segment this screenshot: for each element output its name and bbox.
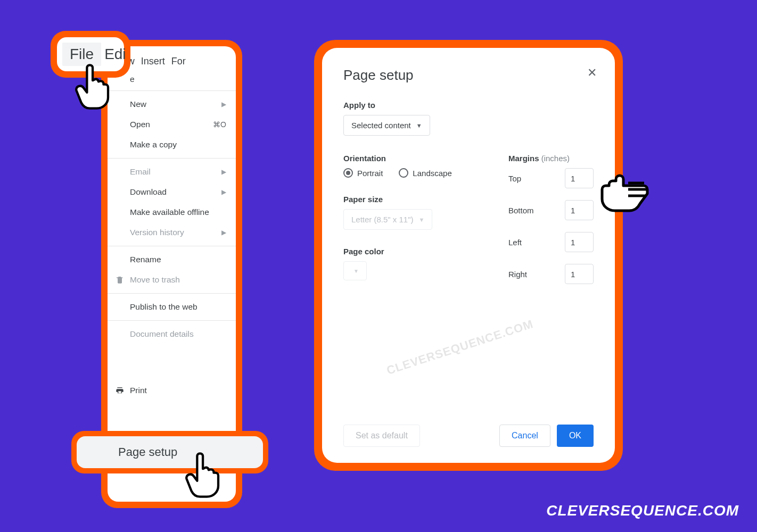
paper-size-label: Paper size (343, 195, 487, 204)
trash-icon (115, 275, 125, 285)
menu-item-offline[interactable]: Make available offline (108, 202, 236, 222)
orientation-landscape-radio[interactable]: Landscape (399, 168, 451, 178)
menu-divider (108, 246, 236, 246)
page-setup-dialog-frame: Page setup ✕ Apply to Selected content ▼… (314, 40, 623, 471)
dropdown-value: Letter (8.5" x 11") (351, 215, 414, 224)
margin-left-label: Left (508, 238, 522, 247)
menu-item-email[interactable]: Email ▶ (108, 162, 236, 182)
menu-item-page-setup[interactable]: Page setup (77, 436, 263, 468)
menu-item-print[interactable]: Print (108, 380, 236, 401)
menu-item-new[interactable]: New ▶ (108, 94, 236, 114)
page-setup-highlight-frame: Page setup (71, 431, 268, 473)
menu-item-version-history[interactable]: Version history ▶ (108, 222, 236, 243)
orientation-label: Orientation (343, 154, 487, 163)
radio-icon (343, 168, 353, 178)
margin-right-input[interactable] (565, 264, 594, 284)
margin-bottom-label: Bottom (508, 206, 534, 215)
shortcut-label: ⌘O (213, 120, 226, 129)
file-menu-list: e New ▶ Open ⌘O Make a copy Email ▶ Down… (108, 71, 236, 401)
pointer-hand-left-icon (597, 170, 651, 213)
dialog-title: Page setup (343, 67, 594, 84)
print-icon (115, 386, 125, 395)
paper-size-dropdown[interactable]: Letter (8.5" x 11") ▼ (343, 209, 432, 230)
cancel-button[interactable]: Cancel (499, 425, 550, 447)
menu-item-download[interactable]: Download ▶ (108, 182, 236, 202)
radio-label: Portrait (357, 169, 383, 178)
menu-label: Make available offline (130, 207, 209, 217)
page-setup-dialog: Page setup ✕ Apply to Selected content ▼… (322, 48, 615, 463)
menubar-edit[interactable]: Edi (104, 46, 126, 63)
caret-down-icon: ▼ (419, 217, 425, 223)
menu-label: Page setup (118, 445, 177, 459)
menu-label: New (130, 99, 146, 109)
menu-item-publish[interactable]: Publish to the web (108, 297, 236, 317)
menu-divider (108, 293, 236, 294)
dropdown-value: Selected content (351, 121, 411, 130)
close-icon[interactable]: ✕ (587, 66, 597, 80)
menu-item-make-copy[interactable]: Make a copy (108, 135, 236, 155)
caret-down-icon: ▼ (416, 122, 422, 129)
menu-label: Download (130, 187, 167, 197)
apply-to-dropdown[interactable]: Selected content ▼ (343, 115, 430, 136)
ok-button[interactable]: OK (557, 425, 594, 447)
menu-label: Make a copy (130, 140, 177, 149)
menu-label: Email (130, 167, 151, 177)
set-as-default-button[interactable]: Set as default (343, 425, 420, 447)
menubar-format[interactable]: For (171, 56, 186, 67)
margin-bottom-input[interactable] (565, 200, 594, 220)
submenu-arrow-icon: ▶ (221, 168, 226, 176)
menu-item-rename[interactable]: Rename (108, 250, 236, 270)
menu-label: Publish to the web (130, 302, 198, 312)
menu-item-document-details[interactable]: Document details (108, 324, 236, 344)
menu-label: Rename (130, 255, 161, 264)
menu-divider (108, 90, 236, 91)
radio-label: Landscape (413, 169, 451, 178)
menu-label: Move to trash (130, 275, 180, 285)
menu-item-move-to-trash[interactable]: Move to trash (108, 270, 236, 290)
credit-text: CLEVERSEQUENCE.COM (546, 502, 739, 519)
margin-right-label: Right (508, 270, 527, 279)
menu-label: Document details (130, 329, 194, 339)
submenu-arrow-icon: ▶ (221, 188, 226, 196)
menubar-insert[interactable]: Insert (141, 56, 165, 67)
submenu-arrow-icon: ▶ (221, 101, 226, 108)
margin-top-label: Top (508, 174, 521, 183)
caret-down-icon: ▼ (353, 268, 359, 274)
apply-to-label: Apply to (343, 101, 594, 110)
submenu-arrow-icon: ▶ (221, 229, 226, 236)
menu-divider (108, 320, 236, 321)
margin-top-input[interactable] (565, 168, 594, 188)
menu-label: Version history (130, 228, 184, 237)
menu-divider (108, 158, 236, 159)
margin-left-input[interactable] (565, 232, 594, 252)
pointer-hand-icon (184, 451, 221, 499)
orientation-portrait-radio[interactable]: Portrait (343, 168, 383, 178)
menu-label: Print (130, 386, 147, 395)
radio-icon (399, 168, 408, 178)
menu-item-open[interactable]: Open ⌘O (108, 114, 236, 135)
pointer-hand-icon (73, 63, 111, 111)
page-color-picker[interactable]: ▼ (343, 261, 367, 280)
page-color-label: Page color (343, 247, 487, 256)
menu-fragment-e: e (108, 73, 236, 87)
margins-label: Margins (inches) (508, 154, 594, 163)
menu-label: Open (130, 120, 150, 129)
